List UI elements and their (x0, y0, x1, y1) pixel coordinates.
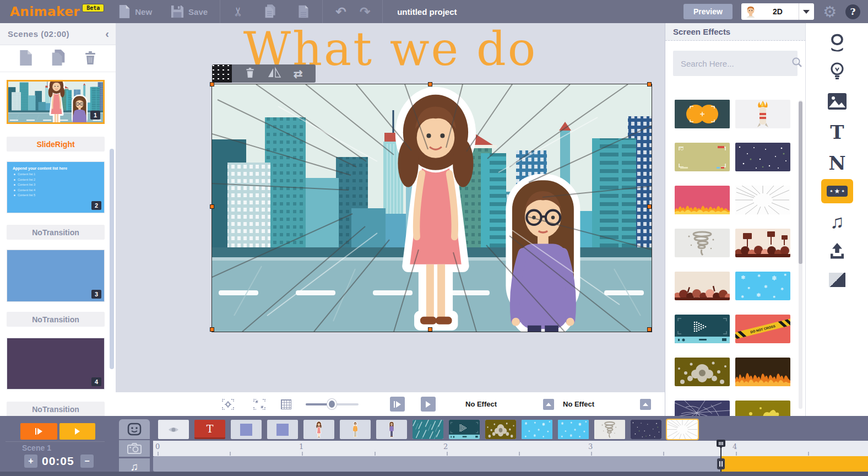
copy-icon[interactable] (264, 4, 277, 19)
selection-handle-se[interactable] (647, 327, 652, 332)
selection-handle-sw[interactable] (210, 327, 214, 332)
save-button[interactable]: Save (171, 5, 208, 18)
effect-binoculars-overlay[interactable] (675, 100, 730, 128)
sidebar-scrollbar[interactable] (110, 149, 114, 369)
increase-duration-button[interactable]: + (24, 455, 37, 468)
swap-icon[interactable]: ⇄ (294, 67, 303, 80)
effect-flames-pink[interactable] (675, 186, 730, 214)
character-purple-tile[interactable] (376, 420, 407, 439)
effect-video-player-tile[interactable] (449, 420, 480, 439)
scene-3-thumbnail[interactable]: 3 (7, 250, 105, 302)
zoom-slider-knob[interactable] (327, 399, 337, 409)
play-all-button[interactable] (59, 423, 95, 440)
effects-tool-active[interactable]: ★★★ (821, 179, 853, 203)
playhead-marker[interactable] (717, 440, 725, 447)
letter-n-tool-icon[interactable]: N (806, 151, 868, 175)
selection-handle-e[interactable] (647, 204, 652, 209)
scene-4-thumbnail[interactable]: 4 (7, 338, 105, 390)
new-button[interactable]: New (118, 4, 152, 19)
image-tool-icon[interactable] (806, 90, 868, 112)
shape-layer-tile[interactable] (267, 420, 298, 439)
mode-dropdown-arrow[interactable] (799, 3, 814, 20)
delete-scene-icon[interactable] (84, 51, 97, 67)
effect-snow-tile[interactable] (558, 420, 589, 439)
delete-item-icon[interactable] (245, 67, 255, 80)
background-tool-icon[interactable] (806, 269, 868, 291)
text-layer-tile[interactable]: T (194, 420, 225, 439)
canvas-title-text[interactable]: What we do (116, 22, 665, 76)
effect-tornado[interactable] (675, 229, 730, 257)
playhead-track-handle[interactable] (717, 458, 725, 469)
center-focus-icon[interactable] (221, 398, 235, 413)
grid-toggle-icon[interactable] (281, 399, 291, 409)
effect-flames-dark[interactable] (735, 358, 790, 386)
effect-explosion-tile[interactable] (485, 420, 516, 439)
effects-scrollbar-thumb[interactable] (799, 101, 802, 264)
character-tool-icon[interactable] (806, 33, 868, 55)
transition-3[interactable]: NoTransition (7, 312, 105, 327)
play-button[interactable] (421, 397, 436, 412)
decrease-duration-button[interactable]: − (80, 455, 94, 468)
undo-icon[interactable]: ↶ (336, 4, 346, 19)
effect-crowd-silhouettes[interactable] (675, 272, 730, 300)
camera-track-icon[interactable] (119, 440, 150, 457)
exit-effect-dropdown[interactable] (640, 399, 651, 410)
effect-starry-night[interactable] (735, 143, 790, 171)
search-icon[interactable] (791, 57, 802, 70)
selection-handle-n[interactable] (428, 82, 432, 86)
add-scene-icon[interactable] (19, 50, 33, 68)
effect-speed-lines-tile-selected[interactable] (667, 420, 698, 439)
text-tool-icon[interactable]: T (806, 120, 868, 144)
selection-handle-ne[interactable] (647, 82, 652, 86)
effect-tornado-tile[interactable] (594, 420, 625, 439)
play-scene-button[interactable] (20, 423, 57, 440)
character-man-tile[interactable] (340, 420, 371, 439)
transition-4[interactable]: NoTransition (7, 402, 105, 416)
scene-2-thumbnail[interactable]: Append your content list here Content li… (7, 161, 105, 213)
play-from-scene-button[interactable] (390, 397, 405, 412)
transition-2[interactable]: NoTransition (7, 225, 105, 240)
effect-snow-tile[interactable] (522, 420, 552, 439)
transition-slide-right[interactable]: SlideRight (7, 137, 105, 152)
effect-speed-lines[interactable] (735, 186, 790, 214)
effect-protest-crowd[interactable] (735, 229, 790, 257)
selection-handle-w[interactable] (210, 204, 214, 209)
effect-starry-night-tile[interactable] (631, 420, 661, 439)
help-icon[interactable]: ? (845, 4, 860, 19)
enter-effect-dropdown[interactable] (543, 399, 554, 410)
shape-layer-tile[interactable] (231, 420, 262, 439)
drag-handle-icon[interactable] (212, 64, 232, 83)
selection-handle-s[interactable] (428, 327, 432, 332)
cut-icon[interactable]: ✂ (231, 7, 246, 17)
effect-do-not-cross-tape[interactable] (735, 315, 790, 343)
effect-rain-tile[interactable] (413, 420, 443, 439)
ideas-bulb-icon[interactable] (806, 62, 868, 84)
gear-icon[interactable]: ⚙ (823, 3, 837, 21)
music-tool-icon[interactable]: ♫ (806, 209, 868, 234)
character-pink-tile[interactable] (303, 420, 334, 439)
effect-cracked-glass[interactable] (675, 401, 730, 416)
effect-explosion-smoke[interactable] (675, 358, 730, 386)
duplicate-scene-icon[interactable] (50, 49, 67, 69)
mode-dropdown[interactable]: 2D (741, 3, 814, 20)
selected-scene-image[interactable] (212, 84, 652, 332)
collapse-sidebar-icon[interactable]: ‹ (105, 28, 109, 40)
effect-video-player-overlay[interactable] (675, 315, 730, 343)
enter-effect-label[interactable]: No Effect (465, 400, 497, 408)
preview-button[interactable]: Preview (683, 4, 733, 19)
exit-effect-label[interactable]: No Effect (563, 400, 594, 408)
audio-track-elapsed[interactable] (153, 456, 721, 472)
effect-missile[interactable] (735, 100, 790, 128)
redo-icon[interactable]: ↷ (360, 4, 370, 19)
search-input[interactable] (673, 58, 791, 69)
fit-expand-icon[interactable] (253, 398, 266, 413)
effect-camera-viewfinder[interactable] (675, 143, 730, 171)
effect-paint-splash[interactable] (735, 401, 790, 416)
flip-horizontal-icon[interactable] (268, 67, 281, 81)
scene-1-thumbnail[interactable]: 1 (7, 80, 105, 124)
project-title[interactable]: untitled project (397, 7, 457, 17)
layer-visibility-tile[interactable] (158, 420, 189, 439)
audio-track-remaining[interactable] (721, 456, 868, 472)
items-track-icon[interactable] (119, 419, 150, 439)
selection-handle-nw[interactable] (210, 82, 214, 86)
